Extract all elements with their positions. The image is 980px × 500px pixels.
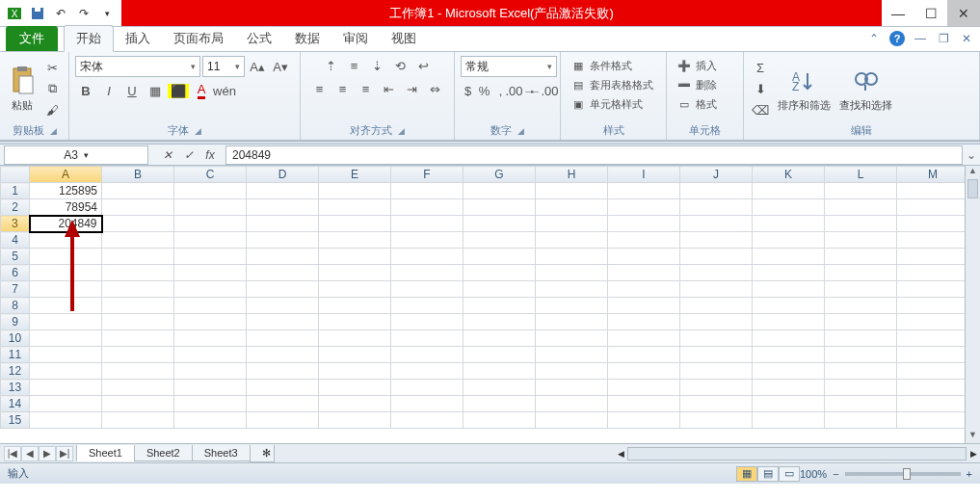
row-header-7[interactable]: 7 <box>1 281 30 298</box>
undo-icon[interactable]: ↶ <box>50 3 71 24</box>
cell-J12[interactable] <box>680 363 753 380</box>
cell-F9[interactable] <box>391 314 464 330</box>
cell-G2[interactable] <box>464 199 536 216</box>
cell-K10[interactable] <box>753 330 825 347</box>
cell-K6[interactable] <box>753 265 825 281</box>
cell-L8[interactable] <box>825 298 897 314</box>
cell-I5[interactable] <box>608 249 680 265</box>
name-box[interactable]: A3▾ <box>4 145 148 165</box>
cell-E9[interactable] <box>319 314 391 330</box>
cell-D15[interactable] <box>247 412 319 429</box>
zoom-level[interactable]: 100% <box>800 468 827 480</box>
cell-G4[interactable] <box>464 232 536 249</box>
cell-D7[interactable] <box>247 281 319 298</box>
cell-H10[interactable] <box>536 330 608 347</box>
col-header-K[interactable]: K <box>753 167 825 183</box>
cell-J7[interactable] <box>680 281 753 298</box>
cell-L10[interactable] <box>825 330 897 347</box>
cell-M11[interactable] <box>897 347 969 363</box>
cell-H1[interactable] <box>536 183 608 199</box>
view-page-layout-icon[interactable]: ▤ <box>757 466 779 482</box>
close-button[interactable]: ✕ <box>947 0 980 26</box>
cell-E7[interactable] <box>319 281 391 298</box>
cell-A15[interactable] <box>30 412 102 429</box>
cell-A12[interactable] <box>30 363 102 380</box>
cell-A1[interactable]: 125895 <box>30 183 102 199</box>
cell-A2[interactable]: 78954 <box>30 199 102 216</box>
cell-K15[interactable] <box>753 412 825 429</box>
view-page-break-icon[interactable]: ▭ <box>779 466 800 482</box>
cell-I1[interactable] <box>608 183 680 199</box>
cell-D3[interactable] <box>247 216 319 232</box>
cell-C15[interactable] <box>174 412 247 429</box>
workbook-minimize-icon[interactable]: — <box>913 31 928 46</box>
scroll-right-icon[interactable]: ▶ <box>967 449 980 459</box>
cell-F15[interactable] <box>391 412 464 429</box>
row-header-2[interactable]: 2 <box>1 199 30 216</box>
scroll-left-icon[interactable]: ◀ <box>614 449 627 459</box>
find-select-button[interactable]: 查找和选择 <box>836 57 894 120</box>
phonetic-guide-icon[interactable]: wén <box>214 81 235 100</box>
cell-J3[interactable] <box>680 216 753 232</box>
cell-G14[interactable] <box>464 396 536 412</box>
cell-H14[interactable] <box>536 396 608 412</box>
minimize-button[interactable]: — <box>882 0 914 26</box>
cell-B2[interactable] <box>102 199 174 216</box>
format-cells-button[interactable]: ▭格式 <box>673 94 737 114</box>
cell-C2[interactable] <box>174 199 247 216</box>
cell-K1[interactable] <box>753 183 825 199</box>
cell-I4[interactable] <box>608 232 680 249</box>
cell-G1[interactable] <box>464 183 536 199</box>
cell-J4[interactable] <box>680 232 753 249</box>
cell-J6[interactable] <box>680 265 753 281</box>
sheet-tab-3[interactable]: Sheet3 <box>192 445 251 461</box>
tab-home[interactable]: 开始 <box>64 25 114 52</box>
cell-A7[interactable] <box>30 281 102 298</box>
cell-C5[interactable] <box>174 249 247 265</box>
sheet-nav-first-icon[interactable]: |◀ <box>4 446 21 461</box>
decrease-indent-icon[interactable]: ⇤ <box>379 79 400 98</box>
cell-E11[interactable] <box>319 347 391 363</box>
cell-H2[interactable] <box>536 199 608 216</box>
cell-D4[interactable] <box>247 232 319 249</box>
cell-G7[interactable] <box>464 281 536 298</box>
minimize-ribbon-icon[interactable]: ⌃ <box>866 31 882 46</box>
cell-J10[interactable] <box>680 330 753 347</box>
cell-B1[interactable] <box>102 183 174 199</box>
font-color-button[interactable]: A <box>191 81 212 100</box>
cell-G11[interactable] <box>464 347 536 363</box>
cell-F11[interactable] <box>391 347 464 363</box>
align-right-icon[interactable]: ≡ <box>356 79 377 98</box>
qat-customize-icon[interactable]: ▾ <box>96 3 118 24</box>
col-header-H[interactable]: H <box>536 167 608 183</box>
cell-L5[interactable] <box>825 249 897 265</box>
cell-G13[interactable] <box>464 380 536 396</box>
cell-M12[interactable] <box>897 363 969 380</box>
cell-F6[interactable] <box>391 265 464 281</box>
row-header-11[interactable]: 11 <box>1 347 30 363</box>
cell-M10[interactable] <box>897 330 969 347</box>
row-header-5[interactable]: 5 <box>1 249 30 265</box>
cell-D12[interactable] <box>247 363 319 380</box>
cell-J5[interactable] <box>680 249 753 265</box>
dialog-launcher-icon[interactable]: ◢ <box>50 126 57 136</box>
cell-F14[interactable] <box>391 396 464 412</box>
cell-M9[interactable] <box>897 314 969 330</box>
autosum-icon[interactable]: Σ <box>750 58 771 77</box>
cell-H15[interactable] <box>536 412 608 429</box>
cell-J9[interactable] <box>680 314 753 330</box>
cancel-formula-icon[interactable]: ✕ <box>158 146 177 164</box>
cell-I13[interactable] <box>608 380 680 396</box>
formula-bar-input[interactable]: 204849 <box>225 145 963 165</box>
cell-A8[interactable] <box>30 298 102 314</box>
cell-B15[interactable] <box>102 412 174 429</box>
workbook-restore-icon[interactable]: ❐ <box>936 31 951 46</box>
cell-H8[interactable] <box>536 298 608 314</box>
row-header-4[interactable]: 4 <box>1 232 30 249</box>
excel-app-icon[interactable]: X <box>4 3 25 24</box>
sheet-tab-2[interactable]: Sheet2 <box>134 445 193 461</box>
cell-B7[interactable] <box>102 281 174 298</box>
hscroll-track[interactable] <box>627 447 967 461</box>
row-header-9[interactable]: 9 <box>1 314 30 330</box>
cell-M4[interactable] <box>897 232 969 249</box>
